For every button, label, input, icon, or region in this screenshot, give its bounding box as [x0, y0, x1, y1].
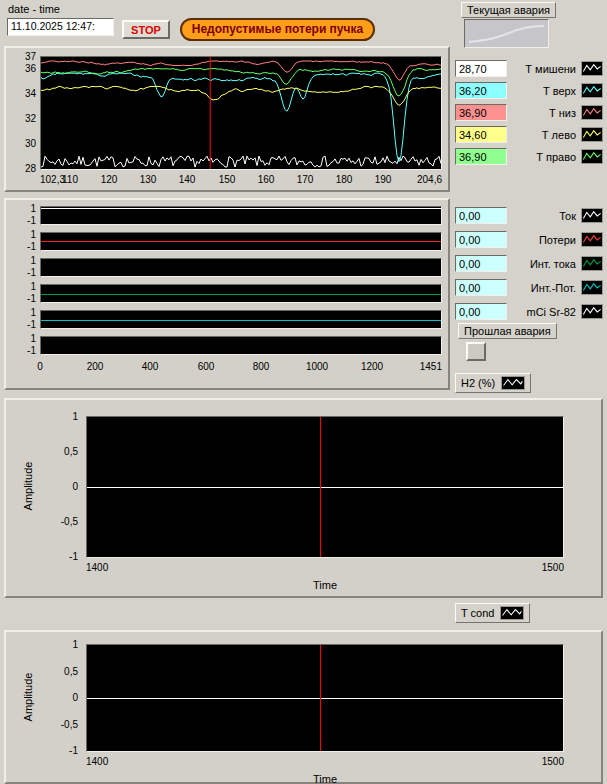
waveform-icon	[581, 256, 603, 271]
x-tick: 1000	[306, 361, 328, 372]
past-alarm-label: Прошлая авария	[458, 323, 557, 339]
waveform-icon	[501, 376, 525, 390]
y-tick: 0,5	[6, 666, 78, 677]
x-tick: 110	[62, 174, 78, 185]
strip-channel-label: Инт. тока	[507, 258, 576, 270]
strip-y-max: 1	[6, 229, 36, 240]
x-tick: 1400	[86, 562, 108, 573]
y-tick: 1	[6, 639, 78, 650]
x-tick: 130	[140, 174, 157, 185]
strip-charts-panel: 1 -1 1 -1 1 -1 1 -1 1 -1 1 -1 0 200 400 …	[4, 198, 450, 390]
beam-loss-alarm-button[interactable]: Недопустимые потери пучка	[180, 18, 375, 41]
x-tick: 1500	[528, 756, 564, 767]
strip-y-max: 1	[6, 255, 36, 266]
y-tick: 36	[6, 63, 36, 74]
strip-x-axis: 0 200 400 600 800 1000 1200 1451	[40, 361, 442, 373]
x-tick: 140	[179, 174, 196, 185]
temp-plot-area[interactable]	[40, 56, 442, 170]
x-tick: 1200	[361, 361, 383, 372]
x-tick: 1451	[420, 361, 442, 372]
strip-y-min: -1	[6, 241, 36, 252]
strip-readout-row: 0,00 Инт. тока	[455, 255, 603, 272]
h2-cursor-line[interactable]	[320, 417, 321, 557]
stop-button[interactable]: STOP	[122, 20, 170, 39]
strip-value-field: 0,00	[455, 279, 507, 296]
strip-chart	[40, 310, 442, 329]
y-tick: 34	[6, 88, 36, 99]
x-tick: 200	[87, 361, 104, 372]
y-tick: 37	[6, 51, 36, 62]
x-tick: 0	[37, 361, 43, 372]
y-tick: -0,5	[6, 719, 78, 730]
waveform-icon	[581, 149, 603, 164]
past-alarm-button[interactable]	[466, 342, 486, 361]
y-tick: 30	[6, 138, 36, 149]
temp-readout-row: 34,60 Т лево	[455, 126, 603, 143]
h2-plot-area[interactable]	[86, 416, 564, 558]
x-tick: 150	[219, 174, 236, 185]
strip-trace	[41, 208, 441, 209]
y-tick: 0	[6, 692, 78, 703]
strip-channel-label: Ток	[507, 210, 576, 222]
y-tick: 32	[6, 113, 36, 124]
strip-readout-row: 0,00 mCi Sr-82	[455, 303, 603, 320]
tcond-zero-line	[87, 698, 563, 699]
temp-readout-row: 28,70 Т мишени	[455, 60, 603, 77]
current-alarm-label: Текущая авария	[461, 2, 556, 18]
waveform-icon	[581, 83, 603, 98]
strip-trace	[41, 337, 441, 338]
x-tick: 800	[253, 361, 270, 372]
waveform-icon	[581, 127, 603, 142]
waveform-icon	[500, 606, 524, 620]
tcond-plot-title: T cond	[461, 607, 494, 619]
x-tick: 600	[198, 361, 215, 372]
temp-plot-svg	[41, 57, 441, 169]
strip-y-max: 1	[6, 333, 36, 344]
strip-chart	[40, 206, 442, 225]
waveform-icon	[581, 208, 603, 223]
temp-chart-panel: 37 36 34 32 30 28 102,3 110 120 130 140 …	[4, 46, 450, 192]
datetime-label: date - time	[8, 3, 60, 15]
current-alarm-indicator	[464, 19, 549, 48]
strip-y-min: -1	[6, 319, 36, 330]
temp-channel-label: Т лево	[507, 129, 576, 141]
temp-readout-row: 36,20 Т верх	[455, 82, 603, 99]
x-tick: 180	[336, 174, 353, 185]
x-tick: 120	[101, 174, 118, 185]
x-tick: 1500	[528, 562, 564, 573]
waveform-icon	[581, 232, 603, 247]
x-tick: 400	[142, 361, 159, 372]
waveform-icon	[581, 61, 603, 76]
strip-trace	[41, 241, 441, 242]
strip-channel-label: Инт.-Пот.	[507, 282, 576, 294]
waveform-icon	[581, 304, 603, 319]
temp-readout-row: 36,90 Т низ	[455, 104, 603, 121]
tcond-plot-area[interactable]	[86, 644, 564, 752]
tcond-cursor-line[interactable]	[320, 645, 321, 751]
y-tick: 0	[6, 481, 78, 492]
x-tick: 190	[375, 174, 392, 185]
strip-value-field: 0,00	[455, 303, 507, 320]
strip-y-max: 1	[6, 281, 36, 292]
strip-y-min: -1	[6, 215, 36, 226]
temp-x-axis: 102,3 110 120 130 140 150 160 170 180 19…	[40, 174, 442, 186]
temp-value-field: 28,70	[455, 60, 507, 77]
x-tick: 160	[258, 174, 275, 185]
strip-y-min: -1	[6, 345, 36, 356]
waveform-icon	[581, 280, 603, 295]
h2-plot-title: H2 (%)	[461, 377, 495, 389]
strip-channel-label: mCi Sr-82	[507, 306, 576, 318]
strip-readout-row: 0,00 Инт.-Пот.	[455, 279, 603, 296]
temp-value-field: 36,90	[455, 148, 507, 165]
x-tick: 1400	[86, 756, 108, 767]
h2-x-axis-label: Time	[86, 579, 564, 591]
datetime-field[interactable]: 11.10.2025 12:47:	[7, 18, 114, 36]
temp-channel-label: Т мишени	[507, 63, 576, 75]
tcond-plot-legend: T cond	[455, 603, 530, 623]
temp-channel-label: Т верх	[507, 85, 576, 97]
h2-plot-legend: H2 (%)	[455, 373, 531, 393]
strip-chart	[40, 258, 442, 277]
strip-chart	[40, 232, 442, 251]
temp-value-field: 36,20	[455, 82, 507, 99]
strip-channel-label: Потери	[507, 234, 576, 246]
